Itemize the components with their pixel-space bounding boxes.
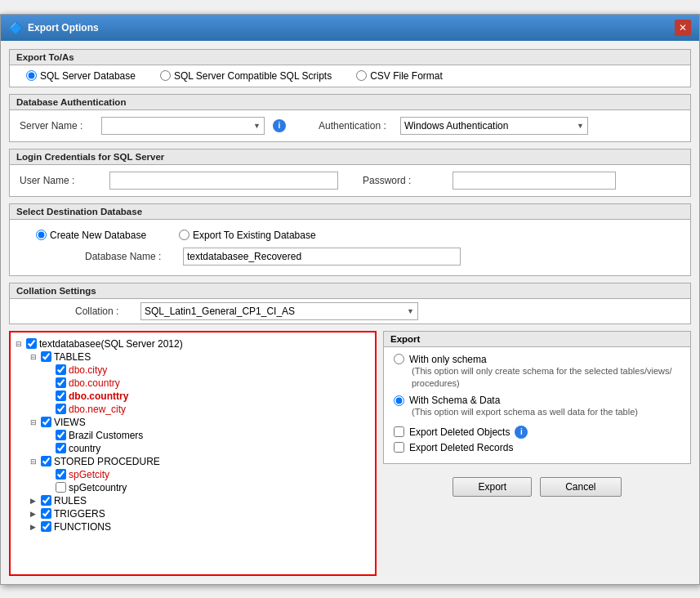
select-destination-section: Select Destination Database Create New D… — [9, 203, 691, 276]
export-button[interactable]: Export — [453, 477, 532, 497]
schema-only-desc: (This option will only create schema for… — [412, 365, 680, 390]
export-content: With only schema (This option will only … — [384, 347, 690, 463]
radio-create-new[interactable]: Create New Database — [36, 230, 146, 241]
functions-item[interactable]: ▶ FUNCTIONS — [30, 520, 370, 533]
server-info-icon[interactable]: i — [273, 119, 286, 132]
root-checkbox[interactable] — [26, 338, 37, 349]
stored-proc-expand-icon[interactable]: ⊟ — [30, 457, 38, 466]
export-deleted-records-label: Export Deleted Records — [409, 442, 513, 453]
tree-root: ⊟ textdatabasee(SQL Server 2012) ⊟ TABLE… — [16, 337, 370, 533]
right-panel: Export With only schema (This option wil… — [383, 331, 691, 576]
close-button[interactable]: ✕ — [675, 20, 691, 36]
server-name-row: Server Name : i Authentication : Windows… — [20, 117, 680, 135]
schema-only-label[interactable]: With only schema — [394, 354, 680, 365]
functions-checkbox[interactable] — [41, 521, 51, 532]
view-country-item[interactable]: ▶ country — [45, 442, 370, 455]
schema-only-radio[interactable] — [394, 354, 404, 364]
rules-checkbox[interactable] — [41, 495, 51, 506]
authentication-wrapper: Windows Authentication SQL Server Authen… — [400, 117, 588, 135]
radio-sql-server-db-label: SQL Server Database — [40, 70, 136, 82]
export-deleted-objects-checkbox[interactable] — [394, 426, 404, 437]
export-deleted-objects-option: Export Deleted Objects i — [394, 426, 680, 439]
collation-row: Collation : SQL_Latin1_General_CP1_CI_AS… — [10, 299, 690, 324]
table-new-city-item[interactable]: ▶ dbo.new_city — [45, 403, 370, 416]
authentication-label: Authentication : — [319, 120, 392, 132]
table-country-label: dbo.country — [69, 377, 120, 389]
table-counttry-checkbox[interactable] — [56, 390, 66, 401]
table-cityy-item[interactable]: ▶ dbo.cityy — [45, 364, 370, 377]
tables-expand-icon[interactable]: ⊟ — [30, 353, 38, 361]
rules-item[interactable]: ▶ RULES — [30, 494, 370, 507]
views-label: VIEWS — [54, 417, 86, 428]
db-name-input[interactable] — [183, 248, 461, 266]
sp-getcountry-item[interactable]: ▶ spGetcountry — [45, 481, 370, 494]
collation-wrapper: SQL_Latin1_General_CP1_CI_AS Latin1_Gene… — [140, 302, 418, 320]
views-expand-icon[interactable]: ⊟ — [30, 418, 38, 426]
stored-proc-checkbox[interactable] — [41, 456, 51, 466]
sp-getcity-label: spGetcity — [69, 469, 109, 480]
tree-root-item[interactable]: ⊟ textdatabasee(SQL Server 2012) — [16, 337, 370, 350]
view-country-checkbox[interactable] — [56, 443, 66, 453]
login-credentials-content: User Name : Password : — [10, 165, 690, 196]
schema-data-radio[interactable] — [394, 395, 404, 406]
server-name-select[interactable] — [101, 117, 265, 135]
export-to-as-section: Export To/As SQL Server Database SQL Ser… — [9, 49, 691, 87]
table-new-city-checkbox[interactable] — [56, 404, 66, 414]
view-brazil-checkbox[interactable] — [56, 430, 66, 440]
triggers-expand-icon[interactable]: ▶ — [30, 510, 38, 518]
credentials-row: User Name : Password : — [20, 172, 680, 190]
select-destination-label: Select Destination Database — [10, 204, 690, 220]
collation-select[interactable]: SQL_Latin1_General_CP1_CI_AS Latin1_Gene… — [140, 302, 418, 320]
export-deleted-info-icon[interactable]: i — [515, 426, 528, 439]
table-counttry-label: dbo.counttry — [69, 390, 128, 402]
views-item[interactable]: ⊟ VIEWS — [30, 416, 370, 429]
title-bar-left: 🔷 Export Options — [9, 21, 99, 34]
table-counttry-item[interactable]: ▶ dbo.counttry — [45, 390, 370, 403]
root-expand-icon[interactable]: ⊟ — [16, 340, 24, 348]
schema-data-option: With Schema & Data (This option will exp… — [394, 395, 680, 418]
radio-sql-server-db[interactable]: SQL Server Database — [26, 70, 136, 82]
triggers-item[interactable]: ▶ TRIGGERS — [30, 507, 370, 520]
functions-expand-icon[interactable]: ▶ — [30, 523, 38, 531]
views-group: ⊟ VIEWS ▶ Brazil Customers — [30, 416, 370, 455]
authentication-select[interactable]: Windows Authentication SQL Server Authen… — [400, 117, 588, 135]
rules-expand-icon[interactable]: ▶ — [30, 497, 38, 505]
server-name-wrapper — [101, 117, 265, 135]
export-to-as-label: Export To/As — [10, 50, 690, 65]
username-input[interactable] — [109, 172, 338, 190]
view-brazil-label: Brazil Customers — [69, 430, 143, 441]
triggers-checkbox[interactable] — [41, 508, 51, 519]
tables-checkbox[interactable] — [41, 351, 51, 362]
radio-csv[interactable]: CSV File Format — [356, 70, 443, 82]
view-country-label: country — [69, 443, 100, 454]
radio-csv-label: CSV File Format — [370, 70, 443, 82]
sp-getcity-item[interactable]: ▶ spGetcity — [45, 468, 370, 481]
export-deleted-records-checkbox[interactable] — [394, 442, 404, 453]
view-brazil-item[interactable]: ▶ Brazil Customers — [45, 429, 370, 442]
sp-getcountry-label: spGetcountry — [69, 482, 127, 493]
functions-label: FUNCTIONS — [54, 521, 111, 533]
table-cityy-checkbox[interactable] — [56, 364, 66, 375]
table-country-item[interactable]: ▶ dbo.country — [45, 377, 370, 390]
tables-group: ⊟ TABLES ▶ dbo.cityy — [30, 350, 370, 416]
collation-field-label: Collation : — [75, 306, 132, 317]
tables-item[interactable]: ⊟ TABLES — [30, 350, 370, 364]
username-label: User Name : — [20, 175, 93, 186]
sp-getcity-checkbox[interactable] — [56, 469, 66, 480]
radio-sql-scripts[interactable]: SQL Server Compatible SQL Scripts — [160, 70, 332, 82]
cancel-button[interactable]: Cancel — [540, 477, 621, 497]
radio-export-existing[interactable]: Export To Existing Database — [179, 230, 316, 241]
schema-data-label[interactable]: With Schema & Data — [394, 395, 680, 406]
bottom-area: ⊟ textdatabasee(SQL Server 2012) ⊟ TABLE… — [9, 331, 691, 576]
views-children: ▶ Brazil Customers ▶ country — [30, 429, 370, 455]
export-section: Export With only schema (This option wil… — [383, 331, 691, 464]
password-input[interactable] — [453, 172, 616, 190]
database-auth-section: Database Authentication Server Name : i … — [9, 94, 691, 142]
table-country-checkbox[interactable] — [56, 377, 66, 388]
table-cityy-label: dbo.cityy — [69, 364, 107, 376]
stored-proc-item[interactable]: ⊟ STORED PROCEDURE — [30, 455, 370, 468]
collation-label: Collation Settings — [10, 283, 690, 299]
sp-getcountry-checkbox[interactable] — [56, 482, 66, 493]
root-label: textdatabasee(SQL Server 2012) — [39, 338, 183, 350]
views-checkbox[interactable] — [41, 417, 51, 427]
